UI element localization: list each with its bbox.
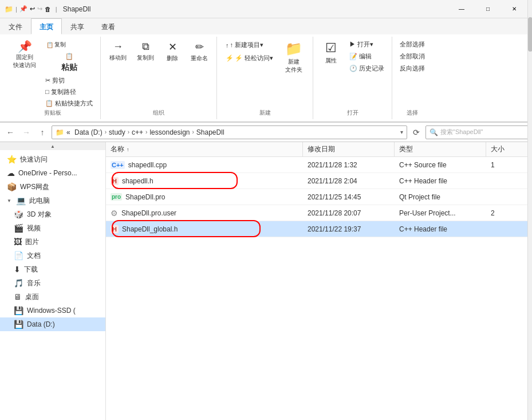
breadcrumb-icon: 📁 xyxy=(56,128,64,136)
sidebar-item-videos[interactable]: 🎬 视频 xyxy=(0,221,105,235)
title-separator2: | xyxy=(56,6,57,13)
up-button[interactable]: ↑ xyxy=(36,125,49,139)
file-name: ShapeDll_global.h xyxy=(122,225,178,233)
file-name-cell: H shapedll.h xyxy=(106,177,303,185)
back-button[interactable]: ← xyxy=(3,125,17,139)
sidebar-item-pictures[interactable]: 🖼 图片 xyxy=(0,235,105,249)
sidebar-item-windows-ssd[interactable]: 💾 Windows-SSD ( xyxy=(0,304,105,317)
refresh-button[interactable]: ⟳ xyxy=(409,125,423,139)
undo-icon[interactable]: ↩ xyxy=(30,5,35,13)
close-button[interactable]: ✕ xyxy=(501,0,527,18)
search-placeholder: 搜索"ShapeDll" xyxy=(440,128,483,136)
sidebar-scroll-up[interactable]: ▲ xyxy=(0,142,105,150)
table-row[interactable]: pro ShapeDll.pro 2021/11/25 14:45 Qt Pro… xyxy=(106,189,532,205)
move-to-button[interactable]: → 移动到 xyxy=(105,39,131,64)
address-bar[interactable]: 📁 « Data (D:) › study › c++ › lessondesi… xyxy=(52,125,407,139)
file-date: 2021/11/25 14:45 xyxy=(303,193,395,201)
clipboard-label: 剪贴板 xyxy=(44,109,61,117)
tab-view[interactable]: 查看 xyxy=(93,18,124,34)
delete-icon[interactable]: 🗑 xyxy=(45,6,51,13)
redo-icon: ↪ xyxy=(37,5,42,13)
breadcrumb: « xyxy=(66,128,72,136)
file-type: C++ Source file xyxy=(395,161,486,169)
address-chevron[interactable]: ▾ xyxy=(400,129,403,135)
file-name-cell: H ShapeDll_global.h xyxy=(106,225,303,233)
table-row[interactable]: ⚙ ShapeDll.pro.user 2021/11/28 20:07 Per… xyxy=(106,205,532,221)
title-bar-icons: 📁 | 📌 ↩ ↪ 🗑 | xyxy=(5,5,60,13)
windows-ssd-icon: 💾 xyxy=(14,306,23,315)
copy-to-button[interactable]: ⧉ 复制到 xyxy=(133,39,158,64)
copy-path-button[interactable]: □ 复制路径 xyxy=(42,87,96,97)
star-icon: ⭐ xyxy=(7,155,17,164)
computer-icon: 💻 xyxy=(16,196,26,205)
select-label: 选择 xyxy=(407,109,418,117)
file-name: shapedll.cpp xyxy=(128,161,167,169)
sidebar-item-desktop[interactable]: 🖥 桌面 xyxy=(0,290,105,304)
easy-access-icon: ⚡ xyxy=(226,54,234,62)
new-buttons: ↑ ↑ 新建项目▾ ⚡ ⚡ 轻松访问▾ 📁 新建 文件夹 xyxy=(222,39,308,109)
title-bar-controls: — □ ✕ xyxy=(448,0,527,18)
edit-button[interactable]: 📝 编辑 xyxy=(346,51,387,62)
sidebar-item-onedrive[interactable]: ☁ OneDrive - Perso... xyxy=(0,166,105,180)
maximize-button[interactable]: □ xyxy=(475,0,501,18)
sidebar-item-3d-objects[interactable]: 🎲 3D 对象 xyxy=(0,207,105,221)
cut-button[interactable]: ✂ 剪切 xyxy=(42,75,96,86)
organize-buttons: → 移动到 ⧉ 复制到 ✕ 删除 ✏ 重命名 xyxy=(105,39,212,109)
col-header-name[interactable]: 名称 ↑ xyxy=(106,142,303,156)
path-data: Data (D:) xyxy=(74,128,103,136)
scrollbar-right[interactable] xyxy=(527,0,532,420)
open-buttons: ☑ 属性 ▶ 打开▾ 📝 编辑 🕐 历史记录 xyxy=(318,39,387,109)
scrollbar-thumb[interactable] xyxy=(528,17,532,52)
table-row[interactable]: H shapedll.h 2021/11/28 2:04 C++ Header … xyxy=(106,173,532,189)
table-row[interactable]: H ShapeDll_global.h 2021/11/22 19:37 C++… xyxy=(106,221,532,237)
rename-button[interactable]: ✏ 重命名 xyxy=(187,39,212,64)
file-date: 2021/11/28 2:04 xyxy=(303,177,395,185)
tab-home[interactable]: 主页 xyxy=(31,18,62,34)
new-item-icon: ↑ xyxy=(226,42,229,49)
data-d-icon: 💾 xyxy=(14,320,23,329)
history-button[interactable]: 🕐 历史记录 xyxy=(346,63,387,74)
col-header-type[interactable]: 类型 xyxy=(395,142,486,156)
col-header-date[interactable]: 修改日期 xyxy=(303,142,395,156)
pin-to-quick-access-button[interactable]: 📌 固定到 快速访问 xyxy=(9,39,40,71)
sidebar-item-downloads[interactable]: ⬇ 下载 xyxy=(0,262,105,276)
search-icon: 🔍 xyxy=(429,128,438,136)
pin-icon: 📌 xyxy=(18,41,32,52)
path-shapedll: ShapeDll xyxy=(196,128,224,136)
table-row[interactable]: C++ shapedll.cpp 2021/11/28 1:32 C++ Sou… xyxy=(106,157,532,173)
minimize-button[interactable]: — xyxy=(448,0,475,18)
invert-selection-button[interactable]: 反向选择 xyxy=(397,63,428,74)
delete-button[interactable]: ✕ 删除 xyxy=(160,39,184,64)
paste-button[interactable]: 📋 粘贴 xyxy=(42,52,96,74)
new-item-button[interactable]: ↑ ↑ 新建项目▾ xyxy=(222,39,267,51)
cpp-file-icon: C++ xyxy=(111,161,125,169)
new-folder-button[interactable]: 📁 新建 文件夹 xyxy=(279,39,308,76)
paste-shortcut-button[interactable]: 📋 粘贴快捷方式 xyxy=(42,98,96,109)
file-name-cell: ⚙ ShapeDll.pro.user xyxy=(106,209,303,218)
tab-share[interactable]: 共享 xyxy=(62,18,93,34)
sidebar-item-music[interactable]: 🎵 音乐 xyxy=(0,276,105,290)
quick-access-pin[interactable]: 📌 xyxy=(19,5,27,13)
copy-button[interactable]: 📋 复制 xyxy=(42,39,96,50)
col-header-size[interactable]: 大小 xyxy=(486,142,532,156)
properties-button[interactable]: ☑ 属性 xyxy=(318,39,344,66)
organize-label: 组织 xyxy=(153,109,164,117)
file-type: C++ Header file xyxy=(395,225,486,233)
search-box[interactable]: 🔍 搜索"ShapeDll" xyxy=(425,125,529,139)
downloads-icon: ⬇ xyxy=(14,265,21,274)
easy-access-button[interactable]: ⚡ ⚡ 轻松访问▾ xyxy=(222,52,277,64)
ribbon-group-organize: → 移动到 ⧉ 复制到 ✕ 删除 ✏ 重命名 xyxy=(101,37,217,119)
forward-button[interactable]: → xyxy=(19,125,33,139)
sidebar-item-this-pc[interactable]: ▼ 💻 此电脑 xyxy=(0,194,105,207)
deselect-all-button[interactable]: 全部取消 xyxy=(397,51,428,62)
open-button[interactable]: ▶ 打开▾ xyxy=(346,39,387,50)
sidebar-item-wps[interactable]: 📦 WPS网盘 xyxy=(0,180,105,194)
sidebar-item-documents[interactable]: 📄 文档 xyxy=(0,249,105,262)
sidebar-item-data-d[interactable]: 💾 Data (D:) xyxy=(0,317,105,331)
file-type: Qt Project file xyxy=(395,193,486,201)
h-file-icon: H xyxy=(111,177,119,185)
sidebar-item-quick-access[interactable]: ⭐ 快速访问 xyxy=(0,152,105,166)
select-all-button[interactable]: 全部选择 xyxy=(397,39,428,50)
tab-file[interactable]: 文件 xyxy=(0,18,31,34)
file-header: 名称 ↑ 修改日期 类型 大小 xyxy=(106,142,532,157)
